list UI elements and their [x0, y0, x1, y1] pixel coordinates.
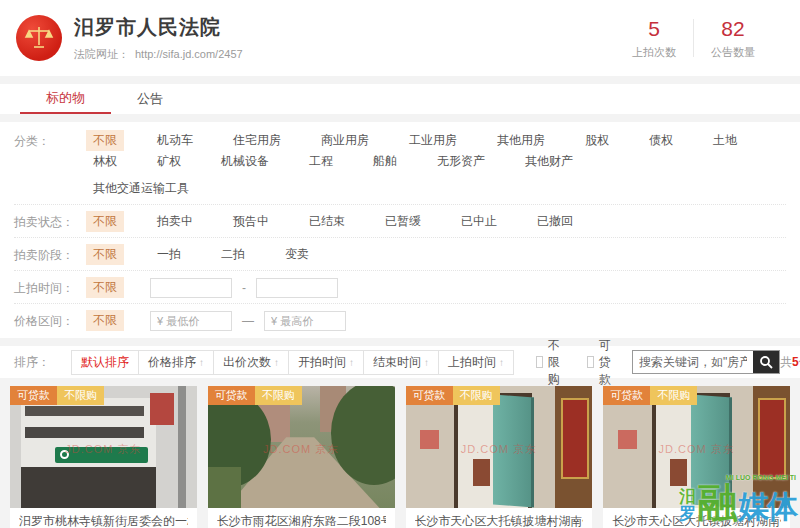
auction-title[interactable]: 长沙市雨花区湘府东路二段108号水岸天...: [217, 513, 386, 528]
sort-bids-button[interactable]: 出价次数↑: [213, 350, 289, 375]
stat-auction-label: 上拍次数: [615, 45, 693, 60]
stage-option[interactable]: 变卖: [278, 244, 316, 265]
category-option[interactable]: 机动车: [150, 130, 200, 151]
auction-photo[interactable]: JD.COM 京东 可贷款 不限购: [406, 386, 593, 508]
filter-row-time: 上拍时间： 不限 -: [14, 271, 786, 304]
category-option[interactable]: 其他财产: [518, 151, 580, 172]
tag-no-purchase-limit: 不限购: [57, 386, 104, 405]
category-option[interactable]: 无形资产: [430, 151, 492, 172]
filter-row-status: 拍卖状态： 不限 拍卖中 预告中 已结束 已暂缓 已中止 已撤回: [14, 205, 786, 238]
category-option[interactable]: 工业用房: [402, 130, 464, 151]
stage-option[interactable]: 二拍: [214, 244, 252, 265]
category-option[interactable]: 船舶: [366, 151, 404, 172]
search-input[interactable]: [633, 351, 753, 373]
category-option[interactable]: 债权: [642, 130, 680, 151]
category-option[interactable]: 其他交通运输工具: [86, 178, 196, 199]
status-option[interactable]: 不限: [86, 211, 124, 232]
tag-loanable: 可贷款: [208, 386, 255, 405]
stat-notice-label: 公告数量: [694, 45, 772, 60]
status-option[interactable]: 已中止: [454, 211, 504, 232]
status-option[interactable]: 预告中: [226, 211, 276, 232]
auction-title[interactable]: 汨罗市桃林寺镇新街居委会的一栋集体...: [19, 513, 188, 528]
sort-asc-icon: ↑: [199, 357, 204, 368]
auction-photo[interactable]: JD.COM 京东 可贷款 不限购: [10, 386, 197, 508]
sort-listed-button[interactable]: 上拍时间↑: [438, 350, 514, 375]
photo-watermark: JD.COM 京东: [10, 442, 197, 457]
time-start-input[interactable]: [150, 278, 232, 298]
category-option[interactable]: 其他用房: [490, 130, 552, 151]
search-button[interactable]: [753, 351, 779, 373]
stat-notice-count: 82: [694, 17, 772, 41]
category-option[interactable]: 不限: [86, 130, 124, 151]
filter-row-stage: 拍卖阶段： 不限 一拍 二拍 变卖: [14, 238, 786, 271]
filter-label-status: 拍卖状态：: [14, 211, 86, 232]
stage-option[interactable]: 不限: [86, 244, 124, 265]
category-option[interactable]: 工程: [302, 151, 340, 172]
category-option[interactable]: 矿权: [150, 151, 188, 172]
tag-no-purchase-limit: 不限购: [255, 386, 302, 405]
tag-loanable: 可贷款: [10, 386, 57, 405]
category-option[interactable]: 机械设备: [214, 151, 276, 172]
price-separator: —: [242, 314, 254, 328]
court-stats: 5 上拍次数 82 公告数量: [615, 17, 772, 60]
search-box: [632, 350, 780, 374]
court-header: 汨罗市人民法院 法院网址：http://sifa.jd.com/2457 5 上…: [0, 0, 800, 76]
site-watermark: MI LUO RONG MEI TI 汨 罗 融 媒体: [679, 482, 796, 522]
filter-row-category: 分类： 不限 机动车 住宅用房 商业用房 工业用房 其他用房 股权 债权 土地 …: [14, 124, 786, 205]
price-max-input[interactable]: [264, 311, 346, 331]
search-icon: [759, 355, 773, 369]
stage-option[interactable]: 一拍: [150, 244, 188, 265]
status-option[interactable]: 已结束: [302, 211, 352, 232]
tab-notices[interactable]: 公告: [111, 84, 189, 114]
checkbox-no-purchase-limit[interactable]: 不限购: [536, 337, 565, 388]
sort-asc-icon: ↑: [499, 357, 504, 368]
sort-default-button[interactable]: 默认排序: [71, 350, 139, 375]
status-option[interactable]: 已撤回: [530, 211, 580, 232]
auction-card: JD.COM 京东 可贷款 不限购 长沙市天心区大托镇披塘村湖南钢材大... 当…: [406, 386, 593, 528]
category-option[interactable]: 商业用房: [314, 130, 376, 151]
court-url-label: 法院网址：: [74, 48, 129, 60]
category-option[interactable]: 林权: [86, 151, 124, 172]
checkbox-icon: [536, 356, 543, 368]
tag-no-purchase-limit: 不限购: [650, 386, 697, 405]
auction-card: JD.COM 京东 可贷款 不限购 长沙市雨花区湘府东路二段108号水岸天...…: [208, 386, 395, 528]
page-title: 汨罗市人民法院: [74, 14, 615, 41]
status-option[interactable]: 已暂缓: [378, 211, 428, 232]
court-emblem-icon: [16, 15, 62, 61]
filter-panel: 分类： 不限 机动车 住宅用房 商业用房 工业用房 其他用房 股权 债权 土地 …: [0, 122, 800, 338]
time-end-input[interactable]: [256, 278, 338, 298]
sort-label: 排序：: [14, 354, 72, 371]
category-option[interactable]: 土地: [706, 130, 744, 151]
sort-start-button[interactable]: 开拍时间↑: [288, 350, 364, 375]
filter-row-price: 价格区间： 不限 —: [14, 304, 786, 336]
checkbox-loanable[interactable]: 可贷款: [587, 337, 616, 388]
page: 汨罗市人民法院 法院网址：http://sifa.jd.com/2457 5 上…: [0, 0, 800, 528]
time-option-unlimited[interactable]: 不限: [86, 277, 124, 298]
tab-bar: 标的物 公告: [0, 84, 800, 114]
photo-watermark: JD.COM 京东: [406, 442, 593, 457]
auction-card: JD.COM 京东 可贷款 不限购 汨罗市桃林寺镇新街居委会的一栋集体... 起…: [10, 386, 197, 528]
sort-bar: 排序： 默认排序 价格排序↑ 出价次数↑ 开拍时间↑ 结束时间↑ 上拍时间↑ 不…: [0, 346, 800, 378]
auction-photo[interactable]: JD.COM 京东 可贷款 不限购: [208, 386, 395, 508]
checkbox-icon: [587, 356, 594, 368]
sort-asc-icon: ↑: [274, 357, 279, 368]
price-option-unlimited[interactable]: 不限: [86, 310, 124, 331]
status-option[interactable]: 拍卖中: [150, 211, 200, 232]
tag-loanable: 可贷款: [406, 386, 453, 405]
filter-label-stage: 拍卖阶段：: [14, 244, 86, 265]
watermark-subtext: MI LUO RONG MEI TI: [726, 474, 796, 481]
category-option[interactable]: 股权: [578, 130, 616, 151]
price-min-input[interactable]: [150, 311, 232, 331]
result-count: 共5件标的物: [780, 354, 800, 371]
auction-title[interactable]: 长沙市天心区大托镇披塘村湖南钢材大...: [415, 513, 584, 528]
time-separator: -: [242, 281, 246, 295]
sort-end-button[interactable]: 结束时间↑: [363, 350, 439, 375]
photo-watermark: JD.COM 京东: [208, 442, 395, 457]
tag-no-purchase-limit: 不限购: [453, 386, 500, 405]
tab-targets[interactable]: 标的物: [20, 84, 111, 114]
tag-loanable: 可贷款: [603, 386, 650, 405]
sort-price-button[interactable]: 价格排序↑: [138, 350, 214, 375]
filter-label-category: 分类：: [14, 130, 86, 199]
court-url-link[interactable]: http://sifa.jd.com/2457: [135, 48, 243, 60]
category-option[interactable]: 住宅用房: [226, 130, 288, 151]
